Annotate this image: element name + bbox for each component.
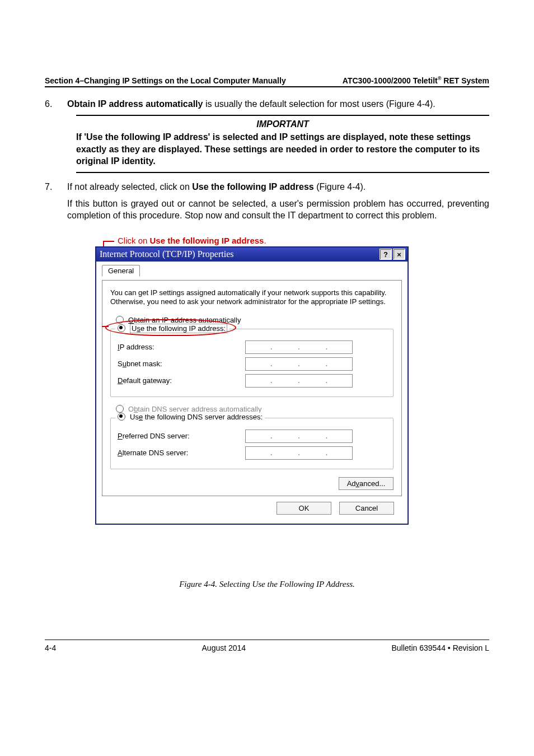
dialog-intro-text: You can get IP settings assigned automat… [110,288,394,307]
field-ip-address: IP address: ... [118,340,386,354]
alternate-dns-input[interactable]: ... [245,446,353,460]
step-6-bold: Obtain IP address automatically [67,99,203,109]
doc-title: ATC300-1000/2000 Teletilt® RET System [343,76,489,85]
dns-group: Use the following DNS server addresses: … [110,418,394,469]
dialog-title: Internet Protocol (TCP/IP) Properties [100,249,234,259]
advanced-button[interactable]: Advanced... [339,477,394,490]
figure-caption-em: Use the Following IP Address [252,580,353,589]
step-7-line1a: If not already selected, click on [67,182,192,192]
tab-general[interactable]: General [102,265,140,277]
red-highlight-connector-icon [102,326,109,327]
radio-icon [116,316,124,324]
callout-pre: Click on [118,236,150,245]
document-page: Section 4–Changing IP Settings on the Lo… [0,0,534,756]
radio-icon [118,413,125,421]
field-default-gateway: Default gateway: ... [118,374,386,388]
default-gateway-input[interactable]: ... [245,374,353,388]
ip-address-group: Use the following IP address: IP address… [110,329,394,397]
help-button[interactable]: ? [380,249,392,260]
page-number: 4-4 [45,643,56,652]
radio-icon [116,405,124,413]
page-header: Section 4–Changing IP Settings on the Lo… [45,76,489,87]
radio-use-following-dns[interactable]: Use the following DNS server addresses: [115,413,265,421]
radio-icon [118,324,125,332]
dialog-titlebar: Internet Protocol (TCP/IP) Properties ? … [96,248,407,262]
field-alternate-dns: Alternate DNS server: ... [118,446,386,460]
callout-bold: Use the following IP address [150,236,264,245]
tab-panel-general: You can get IP settings assigned automat… [102,280,402,496]
tab-strip: General [102,265,402,279]
radio-use-following-ip[interactable]: Use the following IP address: [115,324,229,333]
ok-button[interactable]: OK [277,502,331,515]
callout-connector-icon [103,241,114,242]
radio-obtain-dns-auto[interactable]: Obtain DNS server address automatically [116,405,394,413]
field-subnet-mask: Subnet mask: ... [118,357,386,371]
callout-post: . [264,236,266,245]
cancel-button[interactable]: Cancel [339,502,394,515]
step-6: 6. Obtain IP address automatically is us… [45,98,489,173]
tcpip-properties-dialog: Internet Protocol (TCP/IP) Properties ? … [95,246,409,525]
body-content: 6. Obtain IP address automatically is us… [45,98,489,250]
doc-title-prefix: ATC300-1000/2000 Teletilt [343,76,438,85]
important-text: If 'Use the following IP address' is sel… [76,131,489,167]
step-6-rest: is usually the default selection for mos… [203,99,435,109]
figure-caption-pre: Figure 4-4. Selecting [179,580,252,589]
doc-title-suffix: RET System [441,76,489,85]
dialog-screenshot: Internet Protocol (TCP/IP) Properties ? … [95,246,409,525]
section-title: Section 4–Changing IP Settings on the Lo… [45,76,286,85]
field-preferred-dns: Preferred DNS server: ... [118,430,386,443]
important-label: IMPORTANT [76,118,489,130]
step-7-line1c: (Figure 4-4). [314,182,366,192]
footer-bulletin: Bulletin 639544 • Revision L [391,643,489,652]
important-box: IMPORTANT If 'Use the following IP addre… [76,115,489,173]
figure-caption: Figure 4-4. Selecting Use the Following … [45,580,489,589]
close-button[interactable]: × [393,249,405,260]
radio-obtain-ip-auto[interactable]: Obtain an IP address automatically [116,316,394,324]
dialog-button-row: OK Cancel [102,496,402,518]
step-7-line1b: Use the following IP address [192,182,314,192]
footer-date: August 2014 [202,643,246,652]
step-number: 7. [45,181,52,193]
figure-caption-post: . [353,580,355,589]
step-7-para2: If this button is grayed out or cannot b… [67,198,489,222]
ip-address-input[interactable]: ... [245,340,353,354]
step-7: 7. If not already selected, click on Use… [45,181,489,222]
step-number: 6. [45,98,52,110]
page-footer: 4-4 August 2014 Bulletin 639544 • Revisi… [45,640,489,652]
subnet-mask-input[interactable]: ... [245,357,353,371]
preferred-dns-input[interactable]: ... [245,430,353,443]
